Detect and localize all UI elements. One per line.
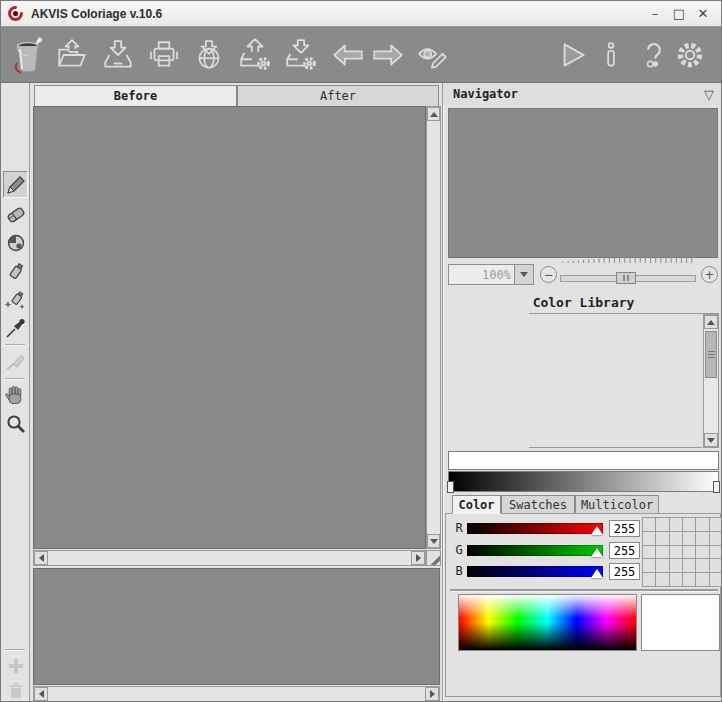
zoom-in-button[interactable]: +: [701, 266, 718, 283]
keep-color-pencil-icon[interactable]: [4, 173, 28, 197]
swatch-cell[interactable]: [683, 518, 695, 531]
green-slider-handle[interactable]: [591, 548, 603, 557]
tab-before[interactable]: Before: [34, 85, 237, 106]
color-spectrum[interactable]: [458, 594, 637, 651]
tab-color[interactable]: Color: [452, 495, 501, 514]
tab-multicolor[interactable]: Multicolor: [575, 495, 659, 514]
swatch-cell[interactable]: [670, 532, 682, 545]
scroll-up-button[interactable]: [704, 315, 718, 329]
export-settings-icon[interactable]: [284, 38, 318, 72]
tab-swatches[interactable]: Swatches: [501, 495, 575, 514]
help-icon[interactable]: [637, 38, 671, 72]
swatch-cell[interactable]: [696, 559, 708, 572]
swatch-cell[interactable]: [683, 546, 695, 559]
red-slider[interactable]: [467, 523, 603, 534]
delete-swatch-icon[interactable]: [4, 679, 28, 702]
red-value-input[interactable]: [609, 520, 640, 537]
swatch-cell[interactable]: [656, 546, 668, 559]
swatch-cell[interactable]: [683, 559, 695, 572]
swatch-cell[interactable]: [656, 573, 668, 586]
maximize-button[interactable]: □: [669, 5, 689, 23]
undo-icon[interactable]: [331, 38, 365, 72]
recolor-brush-icon[interactable]: [4, 349, 28, 373]
lightness-strip[interactable]: [448, 471, 719, 492]
scroll-right-button[interactable]: [411, 551, 425, 565]
zoom-dropdown-button[interactable]: [514, 265, 533, 284]
eraser-icon[interactable]: [4, 203, 28, 227]
info-icon[interactable]: [594, 38, 628, 72]
mini-swatch-grid[interactable]: [642, 517, 722, 587]
scroll-down-button[interactable]: [427, 534, 440, 548]
swatch-cell[interactable]: [670, 559, 682, 572]
swatch-cell[interactable]: [710, 518, 722, 531]
swatch-cell[interactable]: [710, 559, 722, 572]
swatch-cell[interactable]: [643, 573, 655, 586]
close-button[interactable]: ✕: [693, 5, 713, 23]
swatch-cell[interactable]: [670, 573, 682, 586]
green-value-input[interactable]: [609, 542, 640, 559]
blue-value-input[interactable]: [609, 563, 640, 580]
swatch-cell[interactable]: [643, 546, 655, 559]
magic-tube-icon[interactable]: [4, 288, 28, 312]
swatch-cell[interactable]: [710, 532, 722, 545]
image-canvas[interactable]: [33, 106, 426, 549]
zoom-tool-icon[interactable]: [4, 412, 28, 436]
strokes-panel[interactable]: [33, 568, 440, 685]
blue-slider-handle[interactable]: [591, 569, 603, 578]
import-settings-icon[interactable]: [238, 38, 272, 72]
gradient-handle-left[interactable]: [447, 481, 454, 493]
swatch-cell[interactable]: [656, 559, 668, 572]
swatch-cell[interactable]: [670, 546, 682, 559]
scroll-left-button[interactable]: [34, 687, 48, 701]
save-image-icon[interactable]: [101, 38, 135, 72]
akvis-logo-icon[interactable]: [9, 33, 49, 77]
zoom-slider-thumb[interactable]: [616, 272, 636, 284]
swatch-cell[interactable]: [670, 518, 682, 531]
swatch-cell[interactable]: [696, 546, 708, 559]
preferences-icon[interactable]: [673, 38, 707, 72]
run-icon[interactable]: [555, 38, 589, 72]
scroll-down-button[interactable]: [704, 433, 718, 447]
navigator-preview[interactable]: [448, 108, 718, 258]
swatch-cell[interactable]: [710, 546, 722, 559]
tab-after[interactable]: After: [237, 85, 439, 106]
scroll-right-button[interactable]: [425, 687, 439, 701]
add-swatch-icon[interactable]: [4, 654, 28, 678]
green-slider[interactable]: [467, 545, 603, 556]
swatch-cell[interactable]: [643, 518, 655, 531]
scroll-left-button[interactable]: [34, 551, 48, 565]
swatch-cell[interactable]: [683, 573, 695, 586]
strokes-hscrollbar[interactable]: [33, 686, 440, 702]
open-image-icon[interactable]: [55, 38, 89, 72]
color-reference-ball-icon[interactable]: [4, 231, 28, 255]
current-color-swatch[interactable]: [641, 594, 720, 651]
canvas-hscrollbar[interactable]: [33, 550, 426, 566]
redo-icon[interactable]: [371, 38, 405, 72]
publish-web-icon[interactable]: [192, 38, 226, 72]
color-library-scrollbar[interactable]: [703, 314, 719, 448]
scrollbar-thumb[interactable]: [705, 331, 717, 378]
gradient-handle-right[interactable]: [713, 481, 720, 493]
swatch-cell[interactable]: [656, 518, 668, 531]
zoom-combo[interactable]: [448, 264, 534, 285]
scroll-up-button[interactable]: [427, 107, 440, 121]
tube-icon[interactable]: [4, 260, 28, 284]
swatch-cell[interactable]: [643, 532, 655, 545]
swatch-cell[interactable]: [643, 559, 655, 572]
preview-icon[interactable]: [417, 38, 451, 72]
blue-slider[interactable]: [467, 566, 603, 577]
red-slider-handle[interactable]: [591, 526, 603, 535]
swatch-cell[interactable]: [656, 532, 668, 545]
minimize-button[interactable]: –: [645, 5, 665, 23]
swatch-cell[interactable]: [710, 573, 722, 586]
eyedropper-icon[interactable]: [4, 316, 28, 340]
hand-icon[interactable]: [4, 383, 28, 407]
saturation-strip[interactable]: [448, 451, 719, 470]
swatch-cell[interactable]: [696, 573, 708, 586]
swatch-cell[interactable]: [683, 532, 695, 545]
print-image-icon[interactable]: [147, 38, 181, 72]
zoom-value-input[interactable]: [449, 265, 514, 284]
swatch-cell[interactable]: [696, 518, 708, 531]
color-library-list[interactable]: [446, 314, 701, 447]
canvas-vscrollbar[interactable]: [426, 106, 441, 549]
